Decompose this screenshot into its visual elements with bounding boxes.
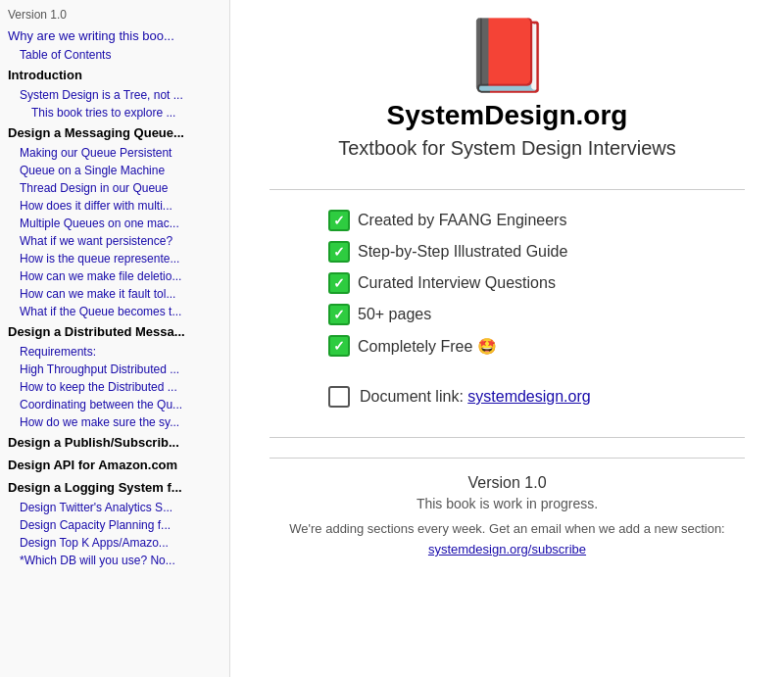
check-icon <box>328 272 350 294</box>
doc-link-url[interactable]: systemdesign.org <box>467 388 590 405</box>
footer-wip: This book is work in progress. <box>270 496 745 511</box>
sidebar-item-4[interactable]: This book tries to explore ... <box>0 104 229 121</box>
sidebar-item-14[interactable]: How can we make it fault tol... <box>0 285 229 303</box>
sidebar-item-1[interactable]: Table of Contents <box>0 46 229 64</box>
bottom-divider <box>270 437 745 438</box>
check-icon <box>328 210 350 231</box>
sidebar-item-17[interactable]: Requirements: <box>0 343 229 361</box>
site-subtitle: Textbook for System Design Interviews <box>338 137 676 160</box>
feature-item-2: Curated Interview Questions <box>328 272 567 294</box>
footer-section: Version 1.0 This book is work in progres… <box>270 458 745 557</box>
sidebar-item-13[interactable]: How can we make file deletio... <box>0 267 229 285</box>
sidebar-item-12[interactable]: How is the queue represente... <box>0 250 229 267</box>
sidebar-item-24[interactable]: Design a Logging System f... <box>0 476 229 499</box>
sidebar-item-21[interactable]: How do we make sure the sy... <box>0 413 229 431</box>
sidebar-item-5[interactable]: Design a Messaging Queue... <box>0 121 229 144</box>
feature-item-4: Completely Free 🤩 <box>328 335 567 357</box>
sidebar-item-0[interactable]: Why are we writing this boo... <box>0 25 229 46</box>
sidebar: Version 1.0 Why are we writing this boo.… <box>0 0 230 677</box>
main-content: 📕 SystemDesign.org Textbook for System D… <box>230 0 784 677</box>
doc-link-section: Document link: systemdesign.org <box>328 386 591 408</box>
sidebar-item-20[interactable]: Coordinating between the Qu... <box>0 396 229 413</box>
sidebar-item-8[interactable]: Thread Design in our Queue <box>0 179 229 197</box>
sidebar-item-27[interactable]: Design Top K Apps/Amazo... <box>0 534 229 552</box>
footer-version: Version 1.0 <box>270 474 745 492</box>
top-divider <box>270 189 745 190</box>
features-list: Created by FAANG EngineersStep-by-Step I… <box>328 210 567 366</box>
doc-link-label-text: Document link: <box>360 388 464 405</box>
feature-text-4: Completely Free 🤩 <box>358 337 497 356</box>
feature-item-0: Created by FAANG Engineers <box>328 210 567 231</box>
sidebar-item-19[interactable]: How to keep the Distributed ... <box>0 378 229 396</box>
sidebar-item-23[interactable]: Design API for Amazon.com <box>0 454 229 476</box>
sidebar-item-3[interactable]: System Design is a Tree, not ... <box>0 86 229 104</box>
site-title: SystemDesign.org <box>387 100 628 131</box>
doc-link-label: Document link: systemdesign.org <box>360 388 591 406</box>
feature-text-1: Step-by-Step Illustrated Guide <box>358 243 567 261</box>
feature-item-3: 50+ pages <box>328 304 567 325</box>
check-icon <box>328 241 350 263</box>
feature-text-3: 50+ pages <box>358 306 431 323</box>
check-icon <box>328 335 350 357</box>
sidebar-version: Version 1.0 <box>0 4 229 25</box>
sidebar-item-10[interactable]: Multiple Queues on one mac... <box>0 215 229 232</box>
sidebar-item-25[interactable]: Design Twitter's Analytics S... <box>0 499 229 516</box>
sidebar-item-11[interactable]: What if we want persistence? <box>0 232 229 250</box>
book-icon: 📕 <box>464 20 552 90</box>
sidebar-item-22[interactable]: Design a Publish/Subscrib... <box>0 431 229 454</box>
sidebar-item-9[interactable]: How does it differ with multi... <box>0 197 229 215</box>
sidebar-item-15[interactable]: What if the Queue becomes t... <box>0 303 229 320</box>
sidebar-item-16[interactable]: Design a Distributed Messa... <box>0 320 229 343</box>
check-icon <box>328 304 350 325</box>
sidebar-item-28[interactable]: *Which DB will you use? No... <box>0 552 229 569</box>
sidebar-item-6[interactable]: Making our Queue Persistent <box>0 144 229 162</box>
sidebar-item-18[interactable]: High Throughput Distributed ... <box>0 361 229 378</box>
footer-subscribe-text: We're adding sections every week. Get an… <box>270 521 745 536</box>
feature-item-1: Step-by-Step Illustrated Guide <box>328 241 567 263</box>
doc-checkbox[interactable] <box>328 386 350 408</box>
sidebar-item-2[interactable]: Introduction <box>0 64 229 86</box>
sidebar-item-26[interactable]: Design Capacity Planning f... <box>0 516 229 534</box>
feature-text-2: Curated Interview Questions <box>358 274 556 292</box>
feature-text-0: Created by FAANG Engineers <box>358 212 566 229</box>
footer-subscribe-link[interactable]: systemdesign.org/subscribe <box>428 542 586 556</box>
sidebar-item-7[interactable]: Queue on a Single Machine <box>0 162 229 179</box>
